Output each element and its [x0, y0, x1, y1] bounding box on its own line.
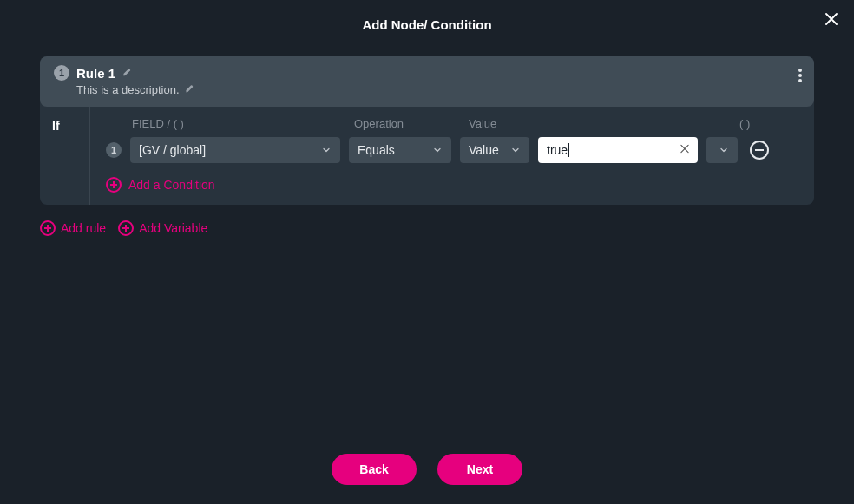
- card-footer-actions: Add rule Add Variable: [0, 205, 854, 236]
- remove-condition-button[interactable]: [750, 141, 769, 160]
- add-rule-label: Add rule: [61, 221, 106, 235]
- header-field: FIELD / ( ): [132, 117, 342, 130]
- rule-index-badge: 1: [54, 65, 69, 81]
- edit-rule-description-button[interactable]: [185, 82, 195, 96]
- header-paren: ( ): [550, 117, 750, 130]
- chevron-down-icon: [432, 145, 443, 155]
- operation-select-value: Equals: [358, 143, 395, 157]
- rule-body: If FIELD / ( ) Operation Value ( ) 1 [GV…: [40, 107, 814, 205]
- add-condition-label: Add a Condition: [128, 178, 215, 192]
- clear-value-button[interactable]: [679, 143, 691, 158]
- value-type-select-value: Value: [469, 143, 499, 157]
- value-input-wrap: [538, 137, 698, 163]
- header-value: Value: [469, 117, 538, 130]
- field-select[interactable]: [GV / global]: [130, 137, 340, 163]
- chevron-down-icon: [321, 145, 332, 155]
- plus-circle-icon: [118, 220, 134, 236]
- rule-card: 1 Rule 1 This is a description.: [40, 56, 814, 205]
- add-variable-button[interactable]: Add Variable: [118, 220, 207, 236]
- plus-circle-icon: [40, 220, 56, 236]
- modal-content: 1 Rule 1 This is a description.: [0, 32, 854, 205]
- add-variable-label: Add Variable: [139, 221, 207, 235]
- close-button[interactable]: [821, 9, 842, 29]
- close-icon: [679, 143, 691, 155]
- svg-point-1: [798, 74, 802, 77]
- back-button[interactable]: Back: [332, 454, 417, 485]
- condition-row-index: 1: [106, 142, 122, 158]
- pencil-icon: [185, 83, 195, 94]
- svg-point-0: [798, 69, 802, 72]
- minus-icon: [755, 149, 764, 151]
- rule-title: Rule 1: [76, 66, 115, 81]
- header-operation: Operation: [354, 117, 457, 130]
- modal-title: Add Node/ Condition: [0, 0, 854, 32]
- next-button[interactable]: Next: [437, 454, 522, 485]
- text-caret: [568, 143, 569, 157]
- svg-point-2: [798, 79, 802, 82]
- operation-select[interactable]: Equals: [349, 137, 451, 163]
- if-label: If: [40, 107, 90, 205]
- plus-circle-icon: [106, 177, 122, 193]
- field-select-value: [GV / global]: [139, 143, 206, 157]
- modal-footer: Back Next: [0, 454, 854, 485]
- condition-column: FIELD / ( ) Operation Value ( ) 1 [GV / …: [90, 107, 814, 205]
- pencil-icon: [122, 67, 133, 77]
- condition-headers: FIELD / ( ) Operation Value ( ): [106, 117, 798, 130]
- add-condition-button[interactable]: Add a Condition: [106, 177, 798, 193]
- modal-add-node-condition: Add Node/ Condition 1 Rule 1 This is a d…: [0, 0, 854, 504]
- rule-description: This is a description.: [76, 83, 180, 96]
- condition-row: 1 [GV / global] Equals Value: [106, 137, 798, 163]
- kebab-icon: [798, 69, 802, 82]
- add-rule-button[interactable]: Add rule: [40, 220, 106, 236]
- rule-menu-button[interactable]: [798, 69, 802, 85]
- close-icon: [824, 11, 839, 27]
- value-type-select[interactable]: Value: [460, 137, 529, 163]
- edit-rule-title-button[interactable]: [122, 66, 133, 80]
- chevron-down-icon: [719, 145, 729, 155]
- chevron-down-icon: [510, 145, 521, 155]
- value-input[interactable]: [538, 137, 698, 163]
- paren-select[interactable]: [706, 137, 738, 163]
- rule-header: 1 Rule 1 This is a description.: [40, 56, 814, 107]
